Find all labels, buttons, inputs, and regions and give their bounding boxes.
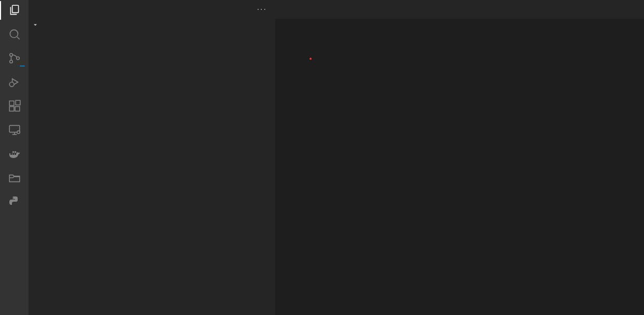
search-activity-icon[interactable]	[7, 27, 22, 42]
svg-rect-6	[9, 101, 14, 106]
explorer-header: ···	[29, 0, 275, 18]
svg-point-4	[16, 57, 19, 59]
code-editor[interactable]	[275, 31, 644, 298]
highlight-box	[310, 58, 312, 60]
explorer-more-icon[interactable]: ···	[257, 5, 267, 14]
activity-bar	[0, 0, 29, 315]
extensions-activity-icon[interactable]	[7, 99, 22, 113]
editor-group	[275, 0, 644, 315]
scm-activity-icon[interactable]	[7, 51, 22, 65]
line-gutter	[275, 31, 310, 298]
editor-tabs	[275, 0, 644, 19]
panel-tabs	[275, 298, 644, 315]
python-activity-icon[interactable]	[7, 194, 22, 209]
svg-point-11	[17, 131, 19, 134]
svg-rect-9	[16, 100, 20, 105]
remote-activity-icon[interactable]	[7, 123, 22, 137]
svg-rect-7	[9, 107, 14, 111]
explorer-sidebar: ···	[29, 0, 275, 315]
svg-rect-8	[15, 107, 20, 111]
scm-badge	[20, 65, 25, 67]
debug-activity-icon[interactable]	[7, 75, 22, 89]
svg-point-5	[9, 82, 14, 87]
chevron-down-icon	[32, 22, 39, 28]
svg-point-1	[10, 30, 18, 37]
svg-rect-0	[12, 5, 18, 12]
folder-activity-icon[interactable]	[7, 170, 22, 185]
svg-point-2	[9, 54, 12, 56]
explorer-activity-icon[interactable]	[7, 3, 22, 18]
docker-activity-icon[interactable]	[7, 147, 22, 161]
project-section[interactable]	[29, 18, 275, 32]
code-lines[interactable]	[310, 31, 644, 298]
file-tree	[29, 32, 275, 315]
svg-point-3	[9, 60, 12, 63]
breadcrumbs[interactable]	[275, 19, 644, 31]
